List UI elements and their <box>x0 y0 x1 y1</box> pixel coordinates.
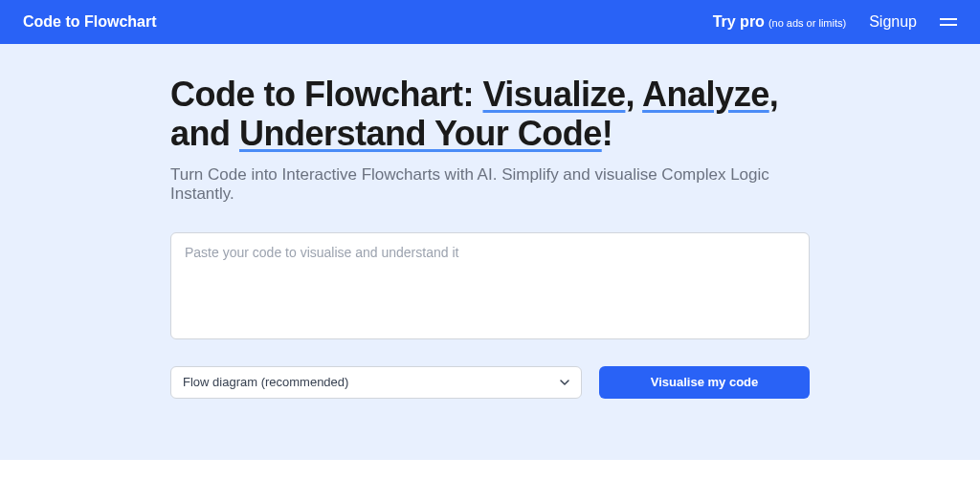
diagram-select[interactable]: Flow diagram (recommended) <box>170 366 582 399</box>
menu-icon[interactable] <box>940 18 957 26</box>
hero-title-underline-1: Visualize <box>483 75 626 114</box>
main-content: Code to Flowchart: Visualize, Analyze, a… <box>0 44 980 399</box>
hero-title-underline-2: Analyze <box>642 75 769 114</box>
hero-title-sep1: , <box>625 75 642 114</box>
how-it-works-section: How Code to Flow Works <box>0 460 980 479</box>
try-pro-label: Try pro <box>713 13 765 30</box>
header: Code to Flowchart Try pro(no ads or limi… <box>0 0 980 44</box>
signup-link[interactable]: Signup <box>869 13 917 31</box>
hero-title-pre: Code to Flowchart: <box>170 75 483 114</box>
hero-title: Code to Flowchart: Visualize, Analyze, a… <box>170 75 810 154</box>
visualise-button[interactable]: Visualise my code <box>599 366 810 399</box>
hero-title-end: ! <box>602 114 613 153</box>
diagram-select-wrap: Flow diagram (recommended) <box>170 366 582 399</box>
header-right: Try pro(no ads or limits) Signup <box>713 13 957 31</box>
try-pro-link[interactable]: Try pro(no ads or limits) <box>713 13 847 31</box>
hero-title-underline-3: Understand Your Code <box>239 114 602 153</box>
controls-row: Flow diagram (recommended) Visualise my … <box>170 366 810 399</box>
hero-subtitle: Turn Code into Interactive Flowcharts wi… <box>170 165 810 204</box>
try-pro-note: (no ads or limits) <box>768 17 846 29</box>
code-input[interactable] <box>170 232 810 339</box>
brand-title[interactable]: Code to Flowchart <box>23 13 157 31</box>
